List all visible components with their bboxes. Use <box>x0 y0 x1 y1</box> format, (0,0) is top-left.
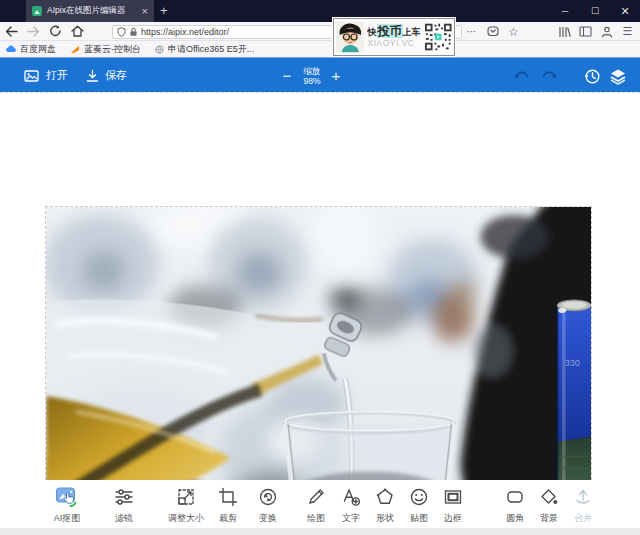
tool-border[interactable]: 边框 <box>436 485 470 525</box>
tab-favicon-icon <box>32 6 42 16</box>
forward-button[interactable] <box>22 23 44 39</box>
bookmark-star-icon[interactable]: ☆ <box>503 24 524 40</box>
navbar-right-icons: ⋯ ☆ ☰ <box>461 22 638 41</box>
tool-ai-cutout[interactable]: AI抠图 <box>44 485 90 525</box>
transform-icon <box>258 485 278 509</box>
tool-label: 形状 <box>376 512 394 525</box>
minimize-button[interactable]: ─ <box>550 0 580 22</box>
tool-label: 背景 <box>540 512 558 525</box>
watermark-qr-code <box>424 22 453 52</box>
open-button[interactable]: 打开 <box>24 58 68 93</box>
bookmark-office365[interactable]: 申请Office365 E5开... <box>155 43 254 56</box>
maximize-button[interactable]: ☐ <box>580 0 610 22</box>
reload-button[interactable] <box>44 23 66 39</box>
zoom-out-button[interactable]: − <box>279 62 295 88</box>
tool-merge: 合并 <box>566 485 600 525</box>
zoom-value: 98% <box>303 76 320 86</box>
tool-bar: AI抠图 滤镜 调整大小 <box>0 480 640 528</box>
undo-icon <box>513 69 530 83</box>
tool-resize[interactable]: 调整大小 <box>164 485 208 525</box>
window-controls: ─ ☐ ✕ <box>550 0 640 22</box>
border-frame-icon <box>443 485 463 509</box>
url-text: https://aipix.net/editor/ <box>141 27 229 37</box>
lock-icon[interactable] <box>129 27 138 37</box>
tool-sticker[interactable]: 贴图 <box>402 485 436 525</box>
merge-icon <box>573 485 593 509</box>
window-bottom-edge <box>0 528 640 535</box>
page-actions-icon[interactable]: ⋯ <box>461 24 482 40</box>
editor-toolbar: 打开 保存 − 缩放 98% + <box>0 57 640 92</box>
redo-button[interactable] <box>540 67 558 85</box>
tool-label: 裁剪 <box>219 512 237 525</box>
bookmarks-bar: 百度网盘 蓝奏云-控制台 申请Office365 E5开... <box>0 41 640 57</box>
tool-background[interactable]: 背景 <box>532 485 566 525</box>
tool-label: 滤镜 <box>115 512 133 525</box>
editor-canvas-area: 330 <box>0 92 640 480</box>
can-volume-text: 330 <box>565 358 580 368</box>
spacer <box>524 24 554 40</box>
shape-icon <box>375 485 395 509</box>
download-icon <box>86 69 99 83</box>
tool-label: AI抠图 <box>54 512 81 525</box>
smiley-icon <box>409 485 429 509</box>
tool-label: 边框 <box>444 512 462 525</box>
save-label: 保存 <box>105 68 127 83</box>
watermark-text: 快投币上车 XIAOYI.VC <box>368 26 421 49</box>
rounded-rect-icon <box>505 485 525 509</box>
watermark-slogan: 快投币上车 <box>368 26 421 38</box>
watermark-overlay: 快投币上车 XIAOYI.VC <box>333 18 455 56</box>
pocket-icon[interactable] <box>482 24 503 40</box>
sidebar-toggle-icon[interactable] <box>575 24 596 40</box>
save-button[interactable]: 保存 <box>86 58 127 93</box>
tool-shape[interactable]: 形状 <box>368 485 402 525</box>
crop-icon <box>218 485 238 509</box>
tool-label: 圆角 <box>506 512 524 525</box>
back-button[interactable] <box>0 23 22 39</box>
tool-crop[interactable]: 裁剪 <box>208 485 248 525</box>
tab-close-icon[interactable]: × <box>142 6 148 16</box>
library-icon[interactable] <box>554 24 575 40</box>
zoom-indicator: 缩放 98% <box>297 62 327 89</box>
close-button[interactable]: ✕ <box>610 0 640 22</box>
bookmark-label: 申请Office365 E5开... <box>168 43 254 56</box>
open-image-icon <box>24 69 40 83</box>
tab-title: AIpix在线图片编辑器 <box>47 5 137 17</box>
flag-icon <box>70 45 80 54</box>
browser-tab[interactable]: AIpix在线图片编辑器 × <box>26 0 154 22</box>
text-icon <box>341 485 361 509</box>
undo-button[interactable] <box>512 67 530 85</box>
watermark-site: XIAOYI.VC <box>368 38 421 49</box>
bookmark-lanzou[interactable]: 蓝奏云-控制台 <box>70 43 141 56</box>
layers-icon <box>609 68 627 85</box>
tool-draw[interactable]: 绘图 <box>298 485 334 525</box>
tool-label: 文字 <box>342 512 360 525</box>
tool-label: 贴图 <box>410 512 428 525</box>
tool-round-corner[interactable]: 圆角 <box>498 485 532 525</box>
filter-icon <box>114 485 134 509</box>
ai-cutout-icon <box>55 485 79 509</box>
home-button[interactable] <box>66 23 88 39</box>
browser-window: AIpix在线图片编辑器 × + ─ ☐ ✕ https://aipix.net… <box>0 0 640 535</box>
tool-label: 合并 <box>574 512 592 525</box>
tool-label: 绘图 <box>307 512 325 525</box>
cloud-icon <box>6 45 16 53</box>
tool-transform[interactable]: 变换 <box>248 485 288 525</box>
open-label: 打开 <box>46 68 68 83</box>
bookmark-baidu[interactable]: 百度网盘 <box>6 43 56 56</box>
bookmark-label: 百度网盘 <box>20 43 56 56</box>
tool-text[interactable]: 文字 <box>334 485 368 525</box>
zoom-in-button[interactable]: + <box>328 62 344 88</box>
titlebar: AIpix在线图片编辑器 × + ─ ☐ ✕ <box>0 0 640 22</box>
menu-icon[interactable]: ☰ <box>617 24 638 40</box>
resize-icon <box>176 485 196 509</box>
watermark-avatar <box>336 21 365 53</box>
new-tab-button[interactable]: + <box>160 3 168 18</box>
account-icon[interactable] <box>596 24 617 40</box>
tool-filter[interactable]: 滤镜 <box>104 485 144 525</box>
redo-icon <box>541 69 558 83</box>
tracking-shield-icon[interactable] <box>117 27 126 37</box>
globe-icon <box>155 45 164 54</box>
paint-bucket-icon <box>539 485 559 509</box>
history-button[interactable] <box>583 67 601 85</box>
layers-button[interactable] <box>609 67 627 85</box>
